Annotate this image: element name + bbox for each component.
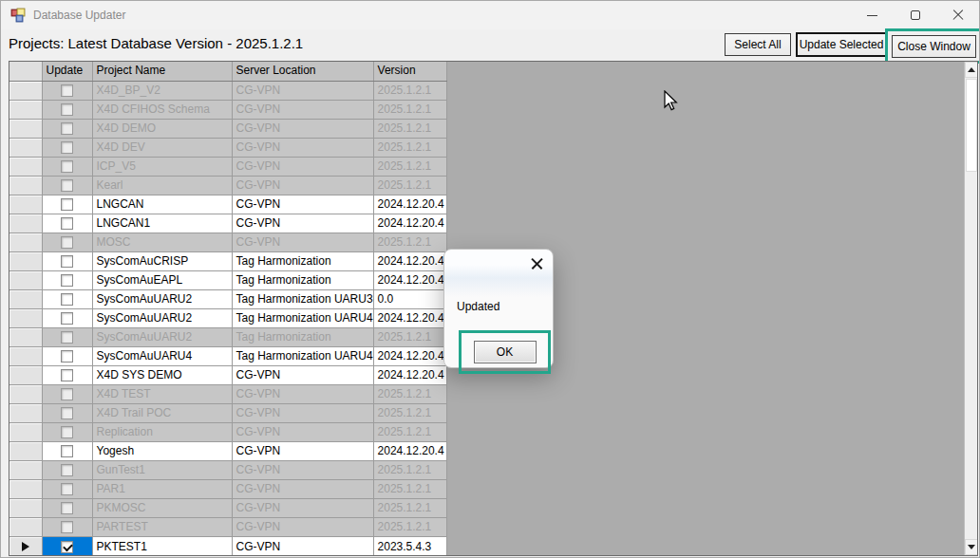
- version-cell[interactable]: 2025.1.2.1: [373, 232, 446, 251]
- project-name-cell[interactable]: LNGCAN1: [92, 214, 232, 232]
- project-name-cell[interactable]: GunTest1: [92, 460, 232, 479]
- row-header-cell[interactable]: [9, 346, 42, 365]
- server-location-cell[interactable]: CG-VPN: [232, 536, 373, 556]
- server-location-cell[interactable]: Tag Harmonization UARU4: [232, 346, 373, 365]
- update-checkbox[interactable]: [61, 160, 73, 173]
- server-location-cell[interactable]: CG-VPN: [232, 422, 373, 441]
- version-cell[interactable]: 0.0: [373, 289, 446, 308]
- server-location-cell[interactable]: CG-VPN: [232, 479, 373, 498]
- update-checkbox[interactable]: [61, 464, 73, 476]
- project-name-cell[interactable]: SysComAuUARU2: [92, 308, 232, 327]
- row-header-cell[interactable]: [9, 384, 42, 403]
- project-name-cell[interactable]: X4D TEST: [92, 384, 232, 403]
- row-header-cell[interactable]: [9, 536, 42, 556]
- update-checkbox[interactable]: [61, 255, 73, 268]
- close-button[interactable]: [936, 1, 979, 29]
- version-cell[interactable]: 2025.1.2.1: [373, 403, 446, 422]
- server-location-cell[interactable]: CG-VPN: [232, 214, 373, 232]
- update-checkbox-cell[interactable]: [42, 270, 92, 289]
- version-cell[interactable]: 2024.12.20.4: [373, 308, 446, 327]
- row-header-cell[interactable]: [9, 270, 42, 289]
- update-checkbox[interactable]: [61, 407, 73, 419]
- server-location-cell[interactable]: CG-VPN: [232, 232, 373, 251]
- column-header-update[interactable]: Update: [42, 62, 92, 81]
- row-header-cell[interactable]: [9, 138, 42, 157]
- update-checkbox-cell[interactable]: [42, 460, 92, 479]
- ok-button[interactable]: OK: [474, 341, 537, 363]
- minimize-button[interactable]: [851, 1, 894, 29]
- row-header-cell[interactable]: [9, 176, 42, 195]
- server-location-cell[interactable]: Tag Harmonization UARU4: [232, 308, 373, 327]
- project-name-cell[interactable]: SysComAuUARU2: [92, 289, 232, 308]
- update-checkbox[interactable]: [61, 350, 73, 363]
- server-location-cell[interactable]: CG-VPN: [232, 498, 373, 517]
- column-header-row-selector[interactable]: [9, 62, 42, 81]
- update-checkbox[interactable]: [61, 541, 73, 553]
- column-header-project-name[interactable]: Project Name: [92, 62, 232, 81]
- project-name-cell[interactable]: SysComAuEAPL: [92, 270, 232, 289]
- project-name-cell[interactable]: Kearl: [92, 176, 232, 195]
- project-name-cell[interactable]: Replication: [92, 422, 232, 441]
- vertical-scrollbar[interactable]: [964, 62, 977, 555]
- update-checkbox-cell[interactable]: [42, 138, 92, 157]
- update-checkbox-cell[interactable]: [42, 384, 92, 403]
- row-header-cell[interactable]: [9, 308, 42, 327]
- project-name-cell[interactable]: X4D CFIHOS Schema: [92, 100, 232, 119]
- version-cell[interactable]: 2024.12.20.4: [373, 365, 446, 384]
- update-checkbox-cell[interactable]: [42, 81, 92, 100]
- row-header-cell[interactable]: [9, 441, 42, 460]
- update-checkbox-cell[interactable]: [42, 289, 92, 308]
- version-cell[interactable]: 2025.1.2.1: [373, 384, 446, 403]
- update-checkbox[interactable]: [61, 293, 73, 306]
- version-cell[interactable]: 2025.1.2.1: [373, 100, 446, 119]
- update-checkbox[interactable]: [61, 521, 73, 533]
- server-location-cell[interactable]: CG-VPN: [232, 365, 373, 384]
- row-header-cell[interactable]: [9, 251, 42, 270]
- update-checkbox-cell[interactable]: [42, 422, 92, 441]
- row-header-cell[interactable]: [9, 460, 42, 479]
- update-checkbox[interactable]: [61, 103, 73, 116]
- project-name-cell[interactable]: X4D_BP_V2: [92, 81, 232, 100]
- update-checkbox[interactable]: [61, 198, 73, 211]
- update-checkbox[interactable]: [61, 122, 73, 135]
- version-cell[interactable]: 2024.12.20.4: [373, 195, 446, 214]
- update-checkbox-cell[interactable]: [42, 346, 92, 365]
- server-location-cell[interactable]: Tag Harmonization: [232, 270, 373, 289]
- row-header-cell[interactable]: [9, 289, 42, 308]
- update-checkbox[interactable]: [61, 84, 73, 97]
- server-location-cell[interactable]: CG-VPN: [232, 403, 373, 422]
- project-name-cell[interactable]: X4D SYS DEMO: [92, 365, 232, 384]
- version-cell[interactable]: 2025.1.2.1: [373, 422, 446, 441]
- update-checkbox[interactable]: [61, 483, 73, 495]
- update-checkbox-cell[interactable]: [42, 157, 92, 176]
- project-name-cell[interactable]: SysComAuCRISP: [92, 251, 232, 270]
- version-cell[interactable]: 2025.1.2.1: [373, 119, 446, 138]
- row-header-cell[interactable]: [9, 327, 42, 346]
- server-location-cell[interactable]: CG-VPN: [232, 138, 373, 157]
- update-checkbox[interactable]: [61, 502, 73, 514]
- scroll-down-button[interactable]: [965, 539, 978, 555]
- server-location-cell[interactable]: Tag Harmonization: [232, 251, 373, 270]
- server-location-cell[interactable]: CG-VPN: [232, 100, 373, 119]
- scrollbar-thumb[interactable]: [966, 79, 977, 172]
- update-checkbox-cell[interactable]: [42, 214, 92, 232]
- version-cell[interactable]: 2025.1.2.1: [373, 498, 446, 517]
- version-cell[interactable]: 2025.1.2.1: [373, 479, 446, 498]
- project-name-cell[interactable]: SysComAuUARU2: [92, 327, 232, 346]
- version-cell[interactable]: 2024.12.20.4: [373, 441, 446, 460]
- update-checkbox-cell[interactable]: [42, 479, 92, 498]
- update-checkbox[interactable]: [61, 179, 73, 192]
- row-header-cell[interactable]: [9, 195, 42, 214]
- version-cell[interactable]: 2025.1.2.1: [373, 138, 446, 157]
- maximize-button[interactable]: [894, 1, 936, 29]
- dialog-close-icon[interactable]: [531, 257, 543, 270]
- row-header-cell[interactable]: [9, 232, 42, 251]
- update-checkbox[interactable]: [61, 236, 73, 249]
- version-cell[interactable]: 2025.1.2.1: [373, 327, 446, 346]
- server-location-cell[interactable]: CG-VPN: [232, 441, 373, 460]
- update-checkbox[interactable]: [61, 274, 73, 287]
- update-checkbox[interactable]: [61, 141, 73, 154]
- version-cell[interactable]: 2025.1.2.1: [373, 81, 446, 100]
- column-header-version[interactable]: Version: [373, 62, 446, 81]
- update-checkbox-cell[interactable]: [42, 100, 92, 119]
